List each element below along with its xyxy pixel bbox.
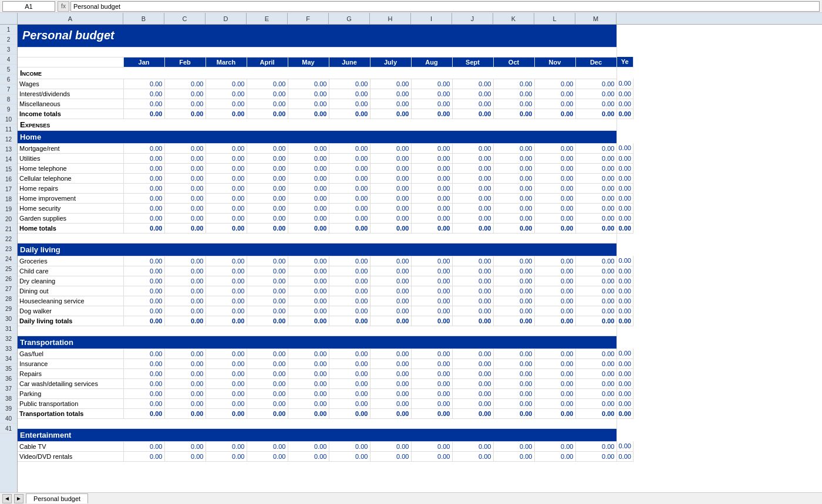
daily-living-value[interactable]: 0.00: [493, 276, 534, 286]
home-value[interactable]: 0.00: [329, 173, 370, 183]
transportation-value[interactable]: 0.00: [493, 398, 534, 408]
daily-living-value[interactable]: 0.00: [534, 256, 575, 266]
home-value[interactable]: 0.00: [493, 143, 534, 153]
grid[interactable]: Personal budgetJanFebMarchAprilMayJuneJu…: [18, 25, 822, 492]
income-totals-value[interactable]: 0.00: [329, 109, 370, 119]
entertainment-value[interactable]: 0.00: [123, 451, 164, 461]
home-value[interactable]: 0.00: [452, 213, 493, 223]
home-value[interactable]: 0.00: [247, 203, 288, 213]
home-value[interactable]: 0.00: [206, 213, 247, 223]
income-value-cell[interactable]: 0.00: [452, 89, 493, 99]
home-value[interactable]: 0.00: [247, 173, 288, 183]
daily-living-value[interactable]: 0.00: [288, 276, 329, 286]
entertainment-value[interactable]: 0.00: [288, 441, 329, 451]
daily-living-value[interactable]: 0.00: [575, 256, 616, 266]
home-value[interactable]: 0.00: [288, 183, 329, 193]
income-value-cell[interactable]: 0.00: [411, 89, 452, 99]
home-value[interactable]: 0.00: [329, 153, 370, 163]
home-value[interactable]: 0.00: [247, 183, 288, 193]
home-value[interactable]: 0.00: [288, 163, 329, 173]
income-row-label[interactable]: Wages: [18, 79, 123, 89]
home-value[interactable]: 0.00: [575, 183, 616, 193]
table-row[interactable]: Gas/fuel0.000.000.000.000.000.000.000.00…: [18, 349, 633, 358]
income-value-cell[interactable]: 0.00: [164, 99, 206, 109]
transportation-totals-label[interactable]: Transportation totals: [18, 408, 123, 418]
entertainment-value[interactable]: 0.00: [534, 451, 575, 461]
table-row[interactable]: [18, 47, 633, 57]
transportation-value[interactable]: 0.00: [411, 398, 452, 408]
home-value[interactable]: 0.00: [616, 193, 633, 203]
transportation-value[interactable]: 0.00: [575, 349, 616, 358]
home-value[interactable]: 0.00: [329, 143, 370, 153]
home-totals-value[interactable]: 0.00: [164, 223, 206, 233]
table-row[interactable]: Public transportation0.000.000.000.000.0…: [18, 398, 633, 408]
home-value[interactable]: 0.00: [575, 163, 616, 173]
income-value-cell[interactable]: 0.00: [370, 99, 411, 109]
transportation-value[interactable]: 0.00: [288, 378, 329, 388]
daily-living-totals-value[interactable]: 0.00: [370, 316, 411, 326]
table-row[interactable]: [18, 233, 633, 243]
home-value[interactable]: 0.00: [247, 143, 288, 153]
transportation-value[interactable]: 0.00: [534, 388, 575, 398]
transportation-value[interactable]: 0.00: [164, 388, 206, 398]
income-totals-value[interactable]: 0.00: [493, 109, 534, 119]
home-value[interactable]: 0.00: [534, 143, 575, 153]
home-value[interactable]: 0.00: [164, 203, 206, 213]
home-value[interactable]: 0.00: [123, 183, 164, 193]
daily-living-totals-value[interactable]: 0.00: [247, 316, 288, 326]
daily-living-value[interactable]: 0.00: [247, 276, 288, 286]
transportation-value[interactable]: 0.00: [493, 349, 534, 358]
entertainment-value[interactable]: 0.00: [411, 451, 452, 461]
entertainment-value[interactable]: 0.00: [452, 441, 493, 451]
income-value-cell[interactable]: 0.00: [575, 99, 616, 109]
daily-living-totals-value[interactable]: 0.00: [493, 316, 534, 326]
home-value[interactable]: 0.00: [206, 143, 247, 153]
income-value-cell[interactable]: 0.00: [411, 99, 452, 109]
transportation-value[interactable]: 0.00: [575, 398, 616, 408]
income-totals-value[interactable]: 0.00: [534, 109, 575, 119]
home-value[interactable]: 0.00: [123, 203, 164, 213]
home-row-label[interactable]: Home repairs: [18, 183, 123, 193]
transportation-value[interactable]: 0.00: [164, 378, 206, 388]
income-row-label[interactable]: Miscellaneous: [18, 99, 123, 109]
transportation-totals-value[interactable]: 0.00: [123, 408, 164, 418]
daily-living-value[interactable]: 0.00: [329, 306, 370, 316]
income-value-cell[interactable]: 0.00: [493, 79, 534, 89]
daily-living-value[interactable]: 0.00: [288, 296, 329, 306]
home-value[interactable]: 0.00: [616, 213, 633, 223]
sheet-nav-left[interactable]: ◄: [2, 494, 12, 503]
transportation-value[interactable]: 0.00: [329, 349, 370, 358]
daily-living-value[interactable]: 0.00: [575, 306, 616, 316]
daily-living-value[interactable]: 0.00: [411, 266, 452, 276]
home-value[interactable]: 0.00: [452, 183, 493, 193]
entertainment-value[interactable]: 0.00: [493, 451, 534, 461]
transportation-value[interactable]: 0.00: [411, 368, 452, 378]
income-row-label[interactable]: Interest/dividends: [18, 89, 123, 99]
home-totals-value[interactable]: 0.00: [534, 223, 575, 233]
income-totals-value[interactable]: 0.00: [247, 109, 288, 119]
table-row[interactable]: Personal budget: [18, 25, 633, 47]
transportation-value[interactable]: 0.00: [370, 349, 411, 358]
daily-living-value[interactable]: 0.00: [123, 286, 164, 296]
income-totals-value[interactable]: 0.00: [164, 109, 206, 119]
entertainment-value[interactable]: 0.00: [288, 451, 329, 461]
daily-living-totals-value[interactable]: 0.00: [411, 316, 452, 326]
daily-living-value[interactable]: 0.00: [370, 276, 411, 286]
entertainment-value[interactable]: 0.00: [534, 441, 575, 451]
home-value[interactable]: 0.00: [411, 163, 452, 173]
transportation-value[interactable]: 0.00: [288, 398, 329, 408]
daily-living-row-label[interactable]: Dining out: [18, 286, 123, 296]
income-value-cell[interactable]: 0.00: [206, 79, 247, 89]
transportation-value[interactable]: 0.00: [164, 358, 206, 368]
income-value-cell[interactable]: 0.00: [247, 89, 288, 99]
home-value[interactable]: 0.00: [493, 193, 534, 203]
daily-living-value[interactable]: 0.00: [329, 266, 370, 276]
transportation-value[interactable]: 0.00: [493, 368, 534, 378]
daily-living-value[interactable]: 0.00: [411, 286, 452, 296]
transportation-value[interactable]: 0.00: [370, 358, 411, 368]
daily-living-value[interactable]: 0.00: [534, 276, 575, 286]
daily-living-value[interactable]: 0.00: [206, 256, 247, 266]
home-totals-value[interactable]: 0.00: [493, 223, 534, 233]
home-value[interactable]: 0.00: [616, 153, 633, 163]
daily-living-value[interactable]: 0.00: [616, 256, 633, 266]
